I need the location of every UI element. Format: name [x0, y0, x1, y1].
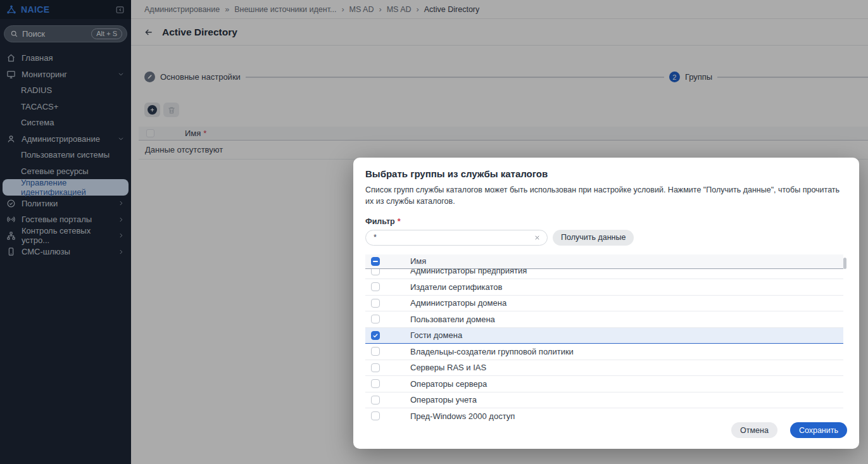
group-name: Операторы сервера: [410, 379, 487, 389]
group-row[interactable]: Администраторы предприятия: [365, 269, 843, 280]
select-all-checkbox-indeterminate[interactable]: [371, 257, 380, 266]
dialog-description: Список групп службы каталогов может быть…: [365, 185, 846, 208]
group-row[interactable]: Гости домена: [365, 328, 843, 344]
group-row[interactable]: Пред-Windows 2000 доступ: [365, 408, 843, 422]
row-checkbox[interactable]: [371, 269, 380, 275]
group-name: Издатели сертификатов: [410, 282, 502, 292]
group-name: Владельцы-создатели групповой политики: [410, 347, 574, 356]
modal-column-name-label: Имя: [410, 256, 426, 266]
filter-input[interactable]: *: [365, 230, 548, 246]
row-checkbox[interactable]: [371, 396, 380, 404]
select-groups-dialog: Выбрать группы из службы каталогов Списо…: [353, 158, 859, 449]
group-row[interactable]: Владельцы-создатели групповой политики: [365, 344, 843, 360]
group-row[interactable]: Операторы учета: [365, 392, 843, 409]
group-row[interactable]: Серверы RAS и IAS: [365, 360, 843, 377]
filter-label: Фильтр*: [365, 217, 847, 226]
dialog-footer: Отмена Сохранить: [731, 422, 847, 438]
row-checkbox[interactable]: [371, 363, 380, 372]
group-name: Администраторы домена: [410, 298, 506, 308]
row-checkbox[interactable]: [371, 411, 380, 420]
cancel-button[interactable]: Отмена: [731, 422, 777, 438]
modal-table-header: Имя: [365, 254, 843, 269]
clear-filter-icon[interactable]: [534, 234, 541, 241]
group-row[interactable]: Операторы сервера: [365, 376, 843, 392]
row-checkbox[interactable]: [371, 315, 380, 323]
dialog-title: Выбрать группы из службы каталогов: [365, 168, 847, 179]
group-name: Серверы RAS и IAS: [410, 363, 486, 372]
required-mark: *: [398, 217, 401, 226]
row-checkbox[interactable]: [371, 379, 380, 388]
group-row[interactable]: Пользователи домена: [365, 311, 843, 328]
group-name: Пользователи домена: [410, 315, 495, 324]
row-checkbox[interactable]: [371, 347, 380, 356]
group-name: Администраторы предприятия: [410, 269, 527, 276]
group-row[interactable]: Издатели сертификатов: [365, 279, 843, 296]
modal-group-list: Администраторы предприятияИздатели серти…: [365, 269, 843, 422]
scrollbar-thumb[interactable]: [843, 258, 846, 269]
row-checkbox[interactable]: [371, 282, 380, 291]
row-checkbox[interactable]: [371, 299, 380, 308]
row-checkbox[interactable]: [371, 331, 380, 340]
modal-groups-table: Имя Администраторы предприятияИздатели с…: [365, 254, 843, 422]
group-name: Операторы учета: [410, 395, 477, 404]
group-row[interactable]: Администраторы домена: [365, 296, 843, 312]
filter-value: *: [374, 233, 377, 242]
fetch-data-button[interactable]: Получить данные: [553, 230, 634, 246]
group-name: Гости домена: [410, 330, 462, 340]
save-button[interactable]: Сохранить: [790, 422, 847, 438]
group-name: Пред-Windows 2000 доступ: [410, 411, 515, 421]
filter-row: * Получить данные: [365, 230, 847, 246]
